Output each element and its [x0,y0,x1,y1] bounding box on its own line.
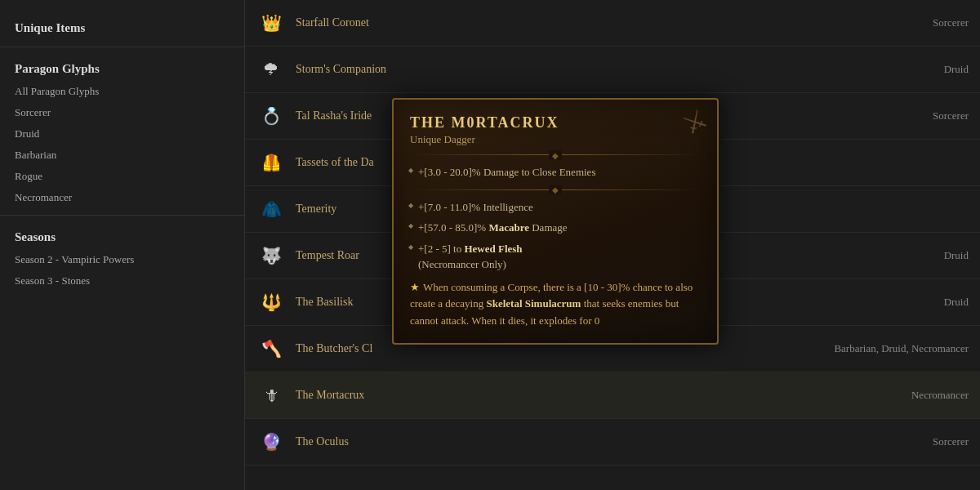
item-class-starfall: Sorcerer [822,16,969,29]
item-name-oculus: The Oculus [296,435,822,448]
item-tooltip: ⚔ THE M0RTACRUX Unique Dagger +[3.0 - 20… [392,98,719,345]
sidebar-divider-1 [0,47,244,47]
item-class-storms: Druid [822,63,969,76]
sidebar-link-barbarian[interactable]: Barbarian [0,145,244,166]
item-icon-tempest: 🐺 [256,241,286,270]
sidebar-unique-items-title: Unique Items [0,13,244,40]
item-icon-talrasha: 💍 [256,101,286,131]
item-row-mortacrux[interactable]: 🗡 The Mortacrux Necromancer [245,372,980,419]
item-class-tempest: Druid [822,249,969,262]
item-class-oculus: Sorcerer [822,435,969,448]
item-icon-oculus: 🔮 [256,427,286,457]
item-class-mortacrux: Necromancer [822,389,969,402]
sidebar-seasons-title: Seasons [0,222,244,249]
item-row-storms[interactable]: 🌩 Storm's Companion Druid [245,47,980,93]
tooltip-divider-mid [410,189,701,190]
item-row-oculus[interactable]: 🔮 The Oculus Sorcerer [245,419,980,466]
tooltip-stat-3: +[57.0 - 85.0]% Macabre Damage [410,217,701,238]
item-name-starfall: Starfall Coronet [296,16,822,29]
sidebar-divider-2 [0,215,244,216]
tooltip-title: THE M0RTACRUX [410,114,701,131]
sidebar-link-all-paragon[interactable]: All Paragon Glyphs [0,81,244,102]
tooltip-stat-1: +[3.0 - 20.0]% Damage to Close Enemies [410,162,701,183]
item-name-mortacrux: The Mortacrux [296,389,822,402]
sidebar-link-rogue[interactable]: Rogue [0,166,244,187]
item-icon-basilisk: 🔱 [256,287,286,317]
sidebar-link-season2[interactable]: Season 2 - Vampiric Powers [0,249,244,270]
sidebar-link-season3[interactable]: Season 3 - Stones [0,270,244,292]
item-icon-temerity: 🧥 [256,194,286,224]
item-name-storms: Storm's Companion [296,63,822,76]
item-row-starfall[interactable]: 👑 Starfall Coronet Sorcerer [245,0,980,47]
item-icon-starfall: 👑 [256,8,286,38]
item-class-talrasha: Sorcerer [822,109,969,122]
tooltip-unique-effect: ★When consuming a Corpse, there is a [10… [410,275,701,330]
item-icon-mortacrux: 🗡 [256,381,286,410]
item-class-butchers: Barbarian, Druid, Necromancer [822,342,969,355]
tooltip-stat-4: +[2 - 5] to Hewed Flesh(Necromancer Only… [410,238,701,275]
item-icon-tassets: 🦺 [256,148,286,177]
item-icon-butchers: 🪓 [256,334,286,363]
sidebar-paragon-title: Paragon Glyphs [0,54,244,81]
item-icon-storms: 🌩 [256,55,286,84]
sidebar-link-necromancer[interactable]: Necromancer [0,187,244,208]
sidebar-link-sorcerer[interactable]: Sorcerer [0,102,244,123]
sidebar-link-druid[interactable]: Druid [0,123,244,145]
item-class-basilisk: Druid [822,296,969,309]
tooltip-stat-2: +[7.0 - 11.0]% Intelligence [410,197,701,218]
items-list: 👑 Starfall Coronet Sorcerer 🌩 Storm's Co… [245,0,980,490]
tooltip-divider-top [410,154,701,155]
tooltip-subtitle: Unique Dagger [410,133,701,146]
sidebar: Unique Items Paragon Glyphs All Paragon … [0,0,245,490]
